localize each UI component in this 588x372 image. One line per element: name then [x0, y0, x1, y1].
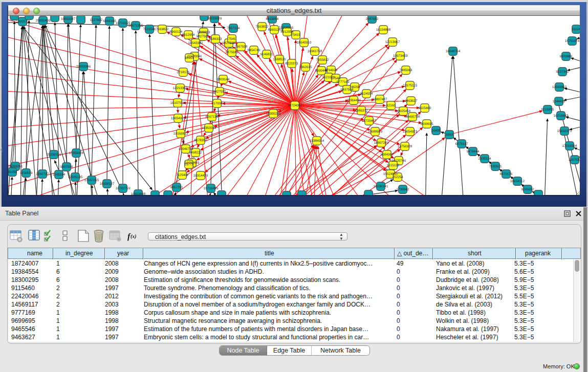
svg-text:5226053: 5226053: [198, 31, 210, 34]
svg-text:17545: 17545: [331, 77, 340, 80]
svg-text:8960124: 8960124: [170, 30, 183, 34]
svg-text:7632621: 7632621: [489, 165, 502, 168]
svg-text:16405: 16405: [431, 129, 441, 133]
svg-text:10025458: 10025458: [396, 110, 411, 113]
svg-text:16914479: 16914479: [193, 174, 208, 178]
svg-text:8267130: 8267130: [206, 115, 219, 119]
svg-text:1588520: 1588520: [273, 58, 286, 61]
svg-text:12093862: 12093862: [552, 85, 567, 89]
svg-text:19756928: 19756928: [398, 145, 412, 148]
svg-text:98901: 98901: [185, 56, 194, 60]
svg-text:19654913: 19654913: [171, 117, 186, 120]
svg-text:7955812: 7955812: [316, 58, 329, 62]
svg-text:19654923: 19654923: [403, 130, 418, 134]
svg-text:17016504: 17016504: [562, 144, 577, 148]
svg-text:1167533: 1167533: [569, 158, 580, 162]
svg-text:75419: 75419: [291, 33, 300, 37]
svg-text:26265051: 26265051: [8, 165, 23, 168]
svg-text:9498222: 9498222: [189, 151, 202, 155]
svg-text:8471676: 8471676: [500, 172, 513, 176]
svg-text:16958137: 16958137: [100, 182, 115, 186]
svg-text:9827508: 9827508: [223, 41, 235, 45]
svg-text:39159: 39159: [8, 170, 17, 174]
svg-text:20206516: 20206516: [47, 153, 61, 157]
svg-text:10688609: 10688609: [368, 130, 383, 134]
svg-text:18807249: 18807249: [374, 141, 389, 145]
svg-text:2942737: 2942737: [36, 172, 49, 176]
svg-text:20691406: 20691406: [36, 19, 51, 23]
svg-text:16782759: 16782759: [116, 187, 130, 190]
svg-text:20364436: 20364436: [346, 99, 361, 102]
svg-text:7485063: 7485063: [400, 69, 412, 72]
svg-text:16961758: 16961758: [308, 50, 322, 53]
svg-text:18300295: 18300295: [266, 112, 281, 116]
svg-text:1145194: 1145194: [53, 173, 66, 177]
svg-text:16648764: 16648764: [446, 50, 461, 53]
svg-text:8215955: 8215955: [541, 108, 554, 112]
svg-text:9463627: 9463627: [405, 99, 418, 103]
svg-text:18640910: 18640910: [297, 41, 312, 45]
svg-text:9474444: 9474444: [467, 150, 480, 154]
svg-text:746266: 746266: [349, 85, 360, 89]
svg-text:7386372: 7386372: [355, 109, 368, 113]
svg-text:15716485: 15716485: [204, 187, 219, 190]
svg-text:11124: 11124: [572, 28, 580, 31]
svg-text:10973493: 10973493: [393, 54, 408, 58]
svg-text:16154808: 16154808: [376, 28, 391, 32]
svg-text:12353594: 12353594: [202, 126, 216, 130]
svg-text:9827500: 9827500: [197, 35, 209, 38]
svg-text:1362615: 1362615: [299, 65, 312, 69]
svg-text:16495798: 16495798: [405, 115, 420, 119]
svg-text:3624554: 3624554: [360, 92, 373, 96]
svg-text:9146821: 9146821: [260, 53, 273, 56]
svg-text:19384554: 19384554: [310, 139, 324, 143]
svg-text:6794028: 6794028: [325, 69, 338, 72]
svg-text:2935114: 2935114: [478, 157, 491, 161]
svg-text:7515546: 7515546: [143, 28, 156, 31]
svg-text:8813054: 8813054: [266, 17, 279, 21]
svg-text:20053346: 20053346: [76, 65, 91, 69]
svg-text:8454749: 8454749: [248, 49, 260, 52]
svg-text:9777169: 9777169: [337, 80, 350, 84]
svg-text:1156829: 1156829: [20, 171, 33, 175]
svg-text:12213369: 12213369: [173, 86, 188, 90]
svg-text:17359928: 17359928: [69, 151, 84, 155]
svg-text:12213967: 12213967: [385, 40, 400, 44]
svg-text:9857791: 9857791: [170, 186, 183, 189]
svg-text:19218506: 19218506: [279, 26, 294, 30]
svg-text:817004: 817004: [211, 102, 223, 105]
svg-text:16107553: 16107553: [170, 101, 185, 105]
svg-text:2967608: 2967608: [235, 45, 248, 49]
svg-text:6479197: 6479197: [455, 142, 468, 146]
svg-text:2718176: 2718176: [177, 71, 190, 74]
svg-text:12975115: 12975115: [403, 84, 417, 87]
svg-text:16210643: 16210643: [554, 114, 569, 118]
svg-text:10671355: 10671355: [128, 24, 143, 28]
svg-text:8427552: 8427552: [213, 90, 226, 94]
svg-text:2087682: 2087682: [366, 17, 379, 21]
svg-text:15692971: 15692971: [557, 129, 572, 133]
svg-text:9699695: 9699695: [421, 122, 433, 126]
svg-text:1244419: 1244419: [553, 100, 565, 103]
svg-text:8960124: 8960124: [268, 28, 281, 32]
svg-text:8912954: 8912954: [182, 33, 195, 37]
svg-text:9245652: 9245652: [521, 188, 534, 191]
svg-text:2803144: 2803144: [217, 78, 230, 81]
svg-text:9329966: 9329966: [560, 55, 573, 58]
svg-text:15720407: 15720407: [362, 119, 377, 123]
svg-text:3875685: 3875685: [226, 51, 238, 54]
svg-text:16033809: 16033809: [207, 17, 222, 20]
svg-text:15136141: 15136141: [374, 185, 388, 188]
svg-text:16120746: 16120746: [391, 159, 406, 163]
svg-text:8220373: 8220373: [286, 62, 298, 65]
svg-text:1615132: 1615132: [387, 164, 400, 167]
svg-text:1733342: 1733342: [397, 188, 409, 191]
svg-text:10046736: 10046736: [179, 147, 193, 151]
svg-text:7663822: 7663822: [256, 25, 269, 29]
svg-text:9115460: 9115460: [419, 106, 431, 110]
svg-text:17957265: 17957265: [84, 179, 99, 182]
svg-text:1527602: 1527602: [90, 18, 103, 22]
svg-text:7663822: 7663822: [156, 28, 169, 31]
svg-text:15751074: 15751074: [565, 39, 580, 43]
svg-text:8186323: 8186323: [209, 37, 222, 41]
